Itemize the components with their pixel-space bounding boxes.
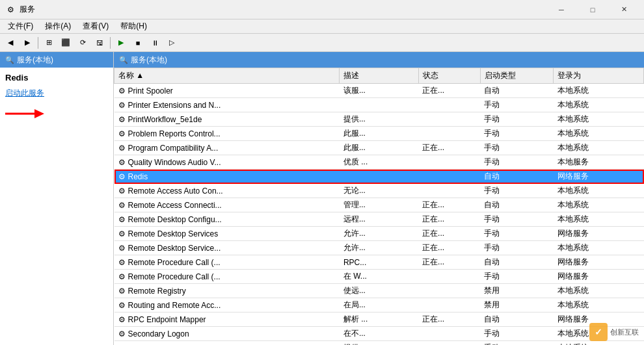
maximize-button[interactable]: □ (578, 0, 608, 19)
service-name-cell: ⚙Remote Procedure Call (... (114, 255, 340, 270)
service-startup-cell: 自动 (480, 255, 554, 270)
left-panel-header: 🔍 服务(本地) (0, 52, 113, 68)
service-desc-cell: 使远... (340, 284, 418, 298)
col-header-startup[interactable]: 启动类型 (480, 68, 554, 84)
service-startup-cell: 手动 (480, 98, 554, 112)
menu-help[interactable]: 帮助(H) (115, 19, 152, 33)
service-status-cell: 正在... (418, 141, 480, 155)
service-icon: ⚙ (118, 201, 126, 210)
service-icon: ⚙ (118, 158, 126, 167)
minimize-button[interactable]: ─ (546, 0, 576, 19)
service-status-cell (418, 127, 480, 141)
pause-service-button[interactable]: ⏸ (147, 36, 163, 50)
table-row[interactable]: ⚙Print Spooler该服...正在...自动本地系统 (114, 84, 644, 98)
table-row[interactable]: ⚙Remote Access Auto Con...无论...手动本地系统 (114, 184, 644, 198)
service-desc-cell: 在不... (340, 327, 418, 341)
service-name-cell: ⚙Program Compatibility A... (114, 141, 340, 155)
table-row[interactable]: ⚙PrintWorkflow_5e1de提供...手动本地系统 (114, 112, 644, 127)
svg-marker-1 (34, 109, 44, 118)
service-name-cell: ⚙Quality Windows Audio V... (114, 155, 340, 170)
close-button[interactable]: ✕ (609, 0, 639, 19)
start-service-button[interactable]: ▶ (113, 36, 129, 50)
service-login-cell: 本地系统 (554, 112, 644, 127)
service-desc-cell: 管理... (340, 198, 418, 212)
table-row[interactable]: ⚙Secondary Logon在不...手动本地系统 (114, 327, 644, 341)
service-startup-cell: 手动 (480, 341, 554, 346)
start-service-link[interactable]: 启动此服务 (5, 88, 44, 97)
table-row[interactable]: ⚙Redis自动网络服务 (114, 170, 644, 184)
service-desc-cell: 该服... (340, 84, 418, 98)
service-icon: ⚙ (118, 172, 126, 181)
refresh-button[interactable]: ⟳ (75, 36, 90, 50)
menu-action[interactable]: 操作(A) (40, 19, 76, 33)
table-row[interactable]: ⚙Remote Desktop Services允许...正在...手动网络服务 (114, 227, 644, 241)
export-button[interactable]: 🖫 (92, 36, 107, 50)
service-login-cell: 本地系统 (554, 141, 644, 155)
table-row[interactable]: ⚙Routing and Remote Acc...在局...禁用本地系统 (114, 298, 644, 313)
service-desc-cell: 解析 ... (340, 313, 418, 327)
col-header-desc[interactable]: 描述 (340, 68, 418, 84)
table-row[interactable]: ⚙Program Compatibility A...此服...正在...手动本… (114, 141, 644, 155)
right-panel-header: 🔍 服务(本地) (114, 52, 644, 68)
table-row[interactable]: ⚙Remote Desktop Configu...远程...正在...手动本地… (114, 212, 644, 227)
table-row[interactable]: ⚙Secure Socket Tunneling ...提供...手动本地系统 (114, 341, 644, 346)
table-row[interactable]: ⚙Quality Windows Audio V...优质 ...手动本地服务 (114, 155, 644, 170)
service-desc-cell: 提供... (340, 112, 418, 127)
table-row[interactable]: ⚙Remote Access Connecti...管理...正在...自动本地… (114, 198, 644, 212)
service-icon: ⚙ (118, 115, 126, 124)
service-desc-cell: 此服... (340, 141, 418, 155)
menu-file[interactable]: 文件(F) (3, 19, 38, 33)
service-status-cell (418, 327, 480, 341)
service-icon: ⚙ (118, 315, 126, 324)
table-row[interactable]: ⚙RPC Endpoint Mapper解析 ...正在...自动网络服务 (114, 313, 644, 327)
col-header-name[interactable]: 名称 ▲ (114, 68, 340, 84)
service-name-cell: ⚙RPC Endpoint Mapper (114, 313, 340, 327)
search-icon-right: 🔍 (119, 56, 128, 64)
service-icon: ⚙ (118, 129, 126, 138)
service-login-cell: 本地系统 (554, 184, 644, 198)
window-title: 服务 (20, 4, 35, 15)
service-icon: ⚙ (118, 101, 126, 110)
service-status-cell: 正在... (418, 227, 480, 241)
service-startup-cell: 自动 (480, 84, 554, 98)
menu-view[interactable]: 查看(V) (77, 19, 114, 33)
service-icon: ⚙ (118, 301, 126, 310)
service-login-cell: 本地服务 (554, 155, 644, 170)
service-status-cell (418, 341, 480, 346)
service-desc-cell: 在 W... (340, 270, 418, 284)
table-row[interactable]: ⚙Printer Extensions and N...手动本地系统 (114, 98, 644, 112)
search-icon: 🔍 (5, 56, 14, 64)
table-row[interactable]: ⚙Remote Procedure Call (... 在 W...手动网络服务 (114, 270, 644, 284)
col-header-status[interactable]: 状态 (418, 68, 480, 84)
title-bar: ⚙ 服务 ─ □ ✕ (0, 0, 644, 19)
show-all-button[interactable]: ⬛ (58, 36, 74, 50)
service-status-cell (418, 155, 480, 170)
service-status-cell (418, 270, 480, 284)
stop-service-button[interactable]: ■ (130, 36, 146, 50)
service-desc-cell: 此服... (340, 127, 418, 141)
service-desc-cell: 允许... (340, 241, 418, 255)
service-name-cell: ⚙Secure Socket Tunneling ... (114, 341, 340, 346)
toolbar: ◀ ▶ ⊞ ⬛ ⟳ 🖫 ▶ ■ ⏸ ▷ (0, 34, 644, 52)
restart-service-button[interactable]: ▷ (164, 36, 180, 50)
table-row[interactable]: ⚙Remote Procedure Call (...RPC...正在...自动… (114, 255, 644, 270)
services-table-container[interactable]: 名称 ▲ 描述 状态 启动类型 登录为 ⚙Print Spooler该服...正… (114, 68, 644, 345)
service-desc-cell (340, 98, 418, 112)
table-row[interactable]: ⚙Remote Registry使远...禁用本地系统 (114, 284, 644, 298)
back-button[interactable]: ◀ (3, 36, 18, 50)
service-name-cell: ⚙PrintWorkflow_5e1de (114, 112, 340, 127)
service-startup-cell: 禁用 (480, 298, 554, 313)
forward-button[interactable]: ▶ (20, 36, 35, 50)
service-status-cell (418, 112, 480, 127)
service-status-cell: 正在... (418, 212, 480, 227)
right-panel-title: 服务(本地) (131, 55, 167, 66)
col-header-login[interactable]: 登录为 (554, 68, 644, 84)
show-scope-button[interactable]: ⊞ (41, 36, 57, 50)
arrow-indicator (5, 104, 44, 127)
service-icon: ⚙ (118, 86, 126, 96)
service-startup-cell: 手动 (480, 212, 554, 227)
table-row[interactable]: ⚙Remote Desktop Service...允许...正在...手动本地… (114, 241, 644, 255)
service-name-cell: ⚙Remote Procedure Call (... (114, 270, 340, 284)
service-login-cell: 本地系统 (554, 84, 644, 98)
table-row[interactable]: ⚙Problem Reports Control...此服...手动本地系统 (114, 127, 644, 141)
